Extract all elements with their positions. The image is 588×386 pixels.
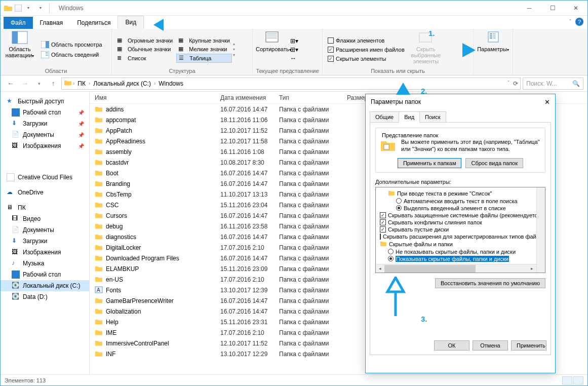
minimize-button[interactable]: ─ [518,1,541,16]
folder-icon [3,3,14,14]
svg-rect-6 [46,54,48,54]
sidebar-pictures[interactable]: 🖼Изображения📌 [1,140,89,151]
vertical-scrollbar[interactable] [536,187,545,273]
sidebar-downloads[interactable]: ⬇Загрузки📌 [1,118,89,129]
ribbon-tabs: Файл Главная Поделиться Вид ˆ ? [1,16,587,29]
folder-icon [95,212,103,220]
properties-icon[interactable] [15,5,22,12]
sidebar-creative-cloud[interactable]: Creative Cloud Files [1,172,89,183]
dialog-close-button[interactable]: ✕ [544,98,550,106]
horizontal-scrollbar[interactable]: ◂ ▸ [376,264,536,273]
layout-small[interactable]: ▦Мелкие значки [176,45,232,53]
search-input[interactable]: Поиск: W... 🔍 [523,78,583,90]
close-button[interactable]: ✕ [564,1,587,16]
tree-show-hidden[interactable]: Показывать скрытые файлы, папки и диски [377,255,544,262]
hidden-items-toggle[interactable]: Скрытые элементы [326,55,407,62]
tree-auto-type[interactable]: Автоматически вводить текст в поле поиск… [377,198,544,205]
nav-pane-button[interactable]: Область навигации▾ [4,31,36,68]
tab-share[interactable]: Поделиться [70,17,117,29]
size-columns-icon[interactable]: ↔ [290,55,298,62]
up-button[interactable]: ↑ [47,78,59,90]
layout-extra-large[interactable]: ▦Огромные значки [115,36,175,45]
recent-dropdown[interactable]: ▾ [33,78,45,90]
qat-dropdown-icon[interactable]: ▾ [23,3,34,14]
group-by-icon[interactable]: ⊞▾ [290,37,298,45]
sort-button[interactable]: Сортировать▾ [256,31,288,68]
svg-rect-1 [12,31,18,44]
file-type: Папка с файлами [279,297,347,304]
col-name[interactable]: Имя [90,94,220,101]
tree-dont-show-hidden[interactable]: Не показывать скрытые файлы, папки и дис… [377,248,544,255]
help-icon[interactable]: ? [575,18,583,26]
layout-list[interactable]: ≣Список [115,54,175,63]
tree-hide-ext[interactable]: Скрывать расширения для зарегистрированн… [377,233,544,240]
tree-hide-protected[interactable]: Скрывать защищенные системные файлы (рек… [377,212,544,219]
ribbon: Область навигации▾ Область просмотра Обл… [1,29,587,75]
layout-more-icon[interactable]: ▾ [233,53,235,57]
hide-selected-button[interactable]: Скрыть выбранные элементы [407,31,445,68]
col-date[interactable]: Дата изменения [220,94,279,101]
tree-hide-merge[interactable]: Скрывать конфликты слияния папок [377,219,544,226]
refresh-icon[interactable]: ⟳ [513,80,518,87]
cancel-button[interactable]: Отмена [473,340,508,351]
tab-view[interactable]: Вид [117,16,144,29]
maximize-button[interactable]: ☐ [541,1,564,16]
apply-button[interactable]: Применить [511,340,546,351]
sidebar-pictures2[interactable]: 🖼Изображения [1,247,89,258]
sidebar-quick-access[interactable]: ★Быстрый доступ [1,96,89,107]
folder-icon [95,244,103,252]
back-button[interactable]: ← [5,78,17,90]
svg-rect-5 [46,52,48,53]
file-ext-toggle[interactable]: Расширения имен файлов [326,46,407,53]
tab-file[interactable]: Файл [4,17,33,29]
layout-details[interactable]: ☰Таблица [176,54,232,63]
folder-icon [95,137,103,145]
file-type: Папка с файлами [279,287,347,294]
restore-defaults-button[interactable]: Восстановить значения по умолчанию [435,278,545,288]
preview-pane-button[interactable]: Область просмотра [39,41,104,49]
tab-home[interactable]: Главная [33,17,70,29]
tree-select-typed[interactable]: Выделять введенный элемент в списке [377,205,544,212]
sidebar-data-d[interactable]: 💽Data (D:) [1,291,89,302]
dropdown-icon[interactable]: ˅ [507,80,510,87]
layout-large[interactable]: ▦Крупные значки [176,36,232,45]
details-pane-button[interactable]: Область сведений [39,51,104,59]
layout-up-icon[interactable]: ▴ [233,42,235,46]
sidebar-desktop2[interactable]: Рабочий стол [1,269,89,280]
sidebar-music[interactable]: ♪Музыка [1,258,89,269]
file-name: Globalization [106,308,220,315]
sidebar-downloads2[interactable]: ⬇Загрузки [1,236,89,247]
scroll-right-icon[interactable]: ▸ [528,264,536,273]
reset-folders-button[interactable]: Сброс вида папок [465,158,523,168]
file-name: addins [106,106,220,113]
layout-medium[interactable]: ▦Обычные значки [115,45,175,53]
add-columns-icon[interactable]: ⊞▾ [290,46,298,53]
svg-point-17 [493,33,494,34]
options-button[interactable]: Параметры▾ [477,31,509,74]
ok-button[interactable]: ОК [434,340,469,351]
scroll-left-icon[interactable]: ◂ [376,264,384,273]
dialog-tab-search[interactable]: Поиск [419,111,446,123]
layout-down-icon[interactable]: ▾ [233,47,235,52]
item-checkboxes-toggle[interactable]: Флажки элементов [326,37,407,44]
apply-to-folders-button[interactable]: Применить к папкам [398,158,462,168]
sidebar-onedrive[interactable]: ☁OneDrive [1,187,89,198]
sidebar-desktop[interactable]: Рабочий стол📌 [1,107,89,118]
thumbnails-view-icon[interactable] [573,376,583,384]
forward-button[interactable]: → [19,78,31,90]
file-type: Папка с файлами [279,223,347,230]
customize-qat-icon[interactable]: ▾ [35,3,46,14]
sidebar-documents2[interactable]: 📄Документы [1,224,89,236]
sidebar-documents[interactable]: 📄Документы📌 [1,129,89,140]
breadcrumb[interactable]: › ПК› Локальный диск (C:)› Windows ˅ ⟳ [61,78,521,90]
sidebar-videos[interactable]: 🎞Видео [1,213,89,224]
minimize-ribbon-icon[interactable]: ˆ [569,19,571,25]
col-type[interactable]: Тип [279,94,347,101]
tree-hide-empty[interactable]: Скрывать пустые диски [377,226,544,233]
dialog-tab-view[interactable]: Вид [399,111,420,123]
sidebar-this-pc[interactable]: 🖥ПК [1,202,89,213]
sidebar-local-disk[interactable]: 💽Локальный диск (C:) [1,280,89,291]
scroll-thumb[interactable] [384,265,476,273]
details-view-icon[interactable] [562,376,572,384]
file-type: Папка с файлами [279,106,347,113]
